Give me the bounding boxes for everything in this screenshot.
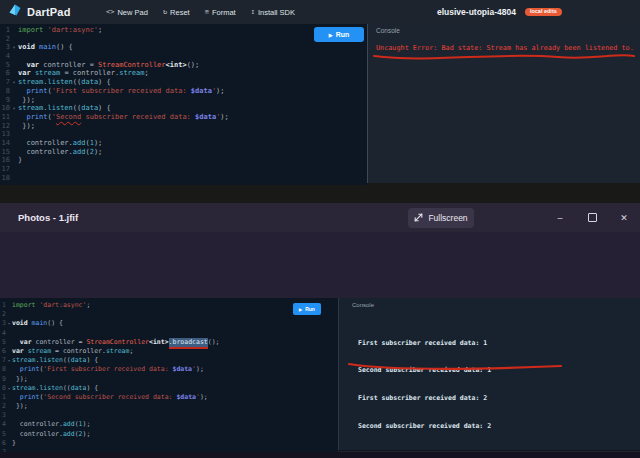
code-token: controller. bbox=[18, 139, 73, 148]
fold-arrow-icon[interactable]: ▾ bbox=[10, 104, 18, 113]
fold-gutter bbox=[10, 61, 18, 70]
code-line[interactable]: 1import 'dart:async'; bbox=[0, 26, 367, 35]
code-line[interactable]: 10▾stream.listen((data) { bbox=[0, 104, 367, 113]
fold-gutter bbox=[10, 35, 18, 44]
code-line[interactable]: 5 var controller = StreamController<int>… bbox=[0, 61, 367, 70]
code-token: add bbox=[63, 420, 75, 429]
console-error-text: Uncaught Error: Bad state: Stream has al… bbox=[376, 44, 634, 52]
code-line[interactable]: 16} bbox=[0, 156, 367, 165]
code-token: print bbox=[20, 393, 40, 402]
code-token: }); bbox=[12, 402, 28, 411]
console-label: Console bbox=[352, 302, 374, 308]
fold-gutter bbox=[10, 174, 18, 183]
code-token: stream bbox=[18, 104, 43, 113]
code-line[interactable]: 7▾stream.listen((data) { bbox=[0, 78, 367, 87]
code-line: 3▾void main() { bbox=[0, 319, 338, 328]
console-output: First subscriber received data: 1 Second… bbox=[358, 320, 491, 450]
photo-screenshot: 1import 'dart:async';23▾void main() {45 … bbox=[0, 298, 640, 452]
code-line: 5 var controller = StreamController<int>… bbox=[0, 338, 338, 347]
code-editor[interactable]: 1import 'dart:async';23▾void main() {45 … bbox=[0, 24, 367, 185]
code-token: ); bbox=[200, 393, 208, 402]
run-button[interactable]: ▶ Run bbox=[314, 27, 364, 42]
window-controls: – ✕ bbox=[544, 203, 640, 232]
format-label: Format bbox=[212, 8, 236, 17]
code-token: <int> bbox=[166, 61, 187, 70]
code-token: void bbox=[18, 43, 35, 52]
line-number: 16 bbox=[0, 156, 10, 165]
local-edits-badge: local edits bbox=[525, 8, 562, 17]
code-line: 1 print('Second subscriber received data… bbox=[0, 393, 338, 402]
console-label: Console bbox=[376, 27, 400, 34]
photos-window-title: Photos - 1.jfif bbox=[18, 203, 78, 232]
reset-button[interactable]: ↻ Reset bbox=[163, 8, 190, 17]
download-icon: ↧ bbox=[251, 8, 255, 16]
code-token: main bbox=[39, 43, 56, 52]
code-token: (); bbox=[187, 61, 200, 70]
dartpad-header: DartPad <> New Pad ↻ Reset ≡ Format ↧ In… bbox=[0, 0, 640, 25]
fullscreen-label: Fullscreen bbox=[428, 213, 467, 223]
photos-titlebar[interactable]: Photos - 1.jfif Fullscreen – bbox=[0, 203, 640, 232]
code-token: controller = bbox=[39, 61, 98, 70]
code-token: controller. bbox=[18, 148, 73, 157]
code-token: data bbox=[71, 384, 87, 393]
line-number: 3 bbox=[0, 43, 10, 52]
code-line[interactable]: 6var stream = controller.stream; bbox=[0, 69, 367, 78]
code-token: stream bbox=[28, 347, 51, 356]
code-token: ; bbox=[86, 301, 90, 310]
code-line[interactable]: 15 controller.add(2); bbox=[0, 148, 367, 157]
code-line: 3 bbox=[0, 411, 338, 420]
code-token: ) { bbox=[86, 356, 98, 365]
code-token: (( bbox=[63, 356, 71, 365]
code-token: stream bbox=[119, 69, 144, 78]
code-line[interactable]: 8 print('First subscriber received data:… bbox=[0, 87, 367, 96]
code-line[interactable]: 4 bbox=[0, 52, 367, 61]
code-token: StreamController bbox=[86, 338, 149, 347]
fullscreen-button[interactable]: Fullscreen bbox=[408, 208, 474, 228]
code-token: print bbox=[26, 113, 47, 122]
photo-code-editor: 1import 'dart:async';23▾void main() {45 … bbox=[0, 298, 338, 453]
code-line[interactable]: 14 controller.add(1); bbox=[0, 139, 367, 148]
fold-gutter bbox=[10, 87, 18, 96]
code-token: listen bbox=[48, 104, 73, 113]
code-line[interactable]: 11 print('Second subscriber received dat… bbox=[0, 113, 367, 122]
close-button[interactable]: ✕ bbox=[608, 203, 640, 232]
code-token: ); bbox=[220, 113, 228, 122]
dartpad-logo-group: DartPad bbox=[8, 0, 71, 24]
fold-gutter bbox=[10, 52, 18, 61]
code-token: (( bbox=[63, 384, 71, 393]
format-button[interactable]: ≡ Format bbox=[205, 8, 236, 17]
code-line: 2 bbox=[0, 310, 338, 319]
code-token: $data bbox=[172, 365, 192, 374]
code-line[interactable]: 12 }); bbox=[0, 122, 367, 131]
line-number: 15 bbox=[0, 148, 10, 157]
code-line: 5 controller.add(2); bbox=[0, 430, 338, 439]
console-line: First subscriber received data: 1 bbox=[358, 339, 491, 348]
fold-arrow-icon[interactable]: ▾ bbox=[10, 78, 18, 87]
code-line[interactable]: 13 bbox=[0, 130, 367, 139]
code-token: add bbox=[63, 430, 75, 439]
minimize-button[interactable]: – bbox=[544, 203, 576, 232]
code-line: 4 controller.add(1); bbox=[0, 420, 338, 429]
code-token: add bbox=[73, 139, 86, 148]
run-label: Run bbox=[305, 306, 315, 312]
code-token: StreamController bbox=[98, 61, 165, 70]
code-line[interactable]: 2 bbox=[0, 35, 367, 44]
code-token: var bbox=[26, 61, 39, 70]
line-number: 1 bbox=[0, 26, 10, 35]
fold-arrow-icon[interactable]: ▾ bbox=[10, 43, 18, 52]
code-line[interactable]: 17 bbox=[0, 165, 367, 174]
new-pad-button[interactable]: <> New Pad bbox=[106, 8, 148, 17]
code-token: }); bbox=[12, 375, 28, 384]
maximize-button[interactable] bbox=[576, 203, 608, 232]
code-line[interactable]: 3▾void main() { bbox=[0, 43, 367, 52]
pad-title-group: elusive-utopia-4804 local edits bbox=[437, 0, 562, 24]
code-token: .broadcast bbox=[169, 338, 208, 347]
code-line[interactable]: 18 bbox=[0, 174, 367, 183]
console-line: First subscriber received data: 2 bbox=[358, 394, 491, 403]
line-number: 12 bbox=[0, 122, 10, 131]
code-line[interactable]: 9 }); bbox=[0, 96, 367, 105]
code-token: ); bbox=[94, 148, 102, 157]
code-token: stream bbox=[18, 78, 43, 87]
console-line: Second subscriber received data: 1 bbox=[358, 366, 491, 375]
install-sdk-button[interactable]: ↧ Install SDK bbox=[251, 8, 295, 17]
